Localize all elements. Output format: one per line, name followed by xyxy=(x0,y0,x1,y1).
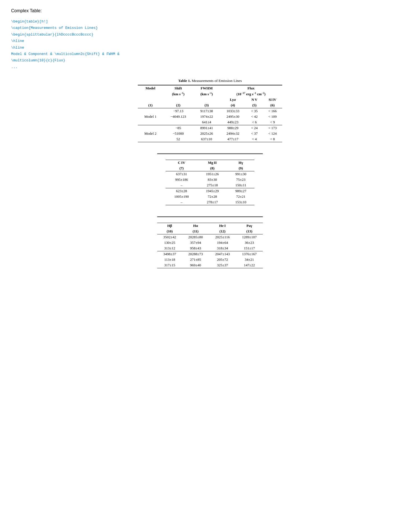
cell-shift: −4049.123 xyxy=(163,114,194,119)
cell-hbeta: 3498±37 xyxy=(157,251,182,257)
cell-nv: < 42 xyxy=(246,114,263,119)
col-num-8: (8) xyxy=(198,166,227,171)
col-blank3 xyxy=(194,97,220,102)
cell-model: Model 2 xyxy=(138,131,163,136)
cell-pagamma: 36±23 xyxy=(236,240,263,246)
cell-fwhm: 8991±41 xyxy=(194,125,220,131)
cell-pagamma: 151±17 xyxy=(236,246,263,251)
cell-siiv: < 166 xyxy=(263,108,282,114)
cell-fwhm: 641±4 xyxy=(194,119,220,125)
cell-fwhm: 637±10 xyxy=(194,136,220,142)
cell-mgii: 1945±29 xyxy=(198,188,227,194)
main-table: Model Shift FWHM Flux (km s−1) (km s−1) … xyxy=(138,85,282,142)
table-row: 641±4 449±23 < 6 < 9 xyxy=(138,119,282,125)
cell-hbeta: 113±18 xyxy=(157,257,182,262)
cell-siiv: < 173 xyxy=(263,125,282,131)
cell-shift xyxy=(163,119,194,125)
cell-hei: 325±37 xyxy=(209,262,236,268)
code-line-2: \caption{Measurements of Emission Lines} xyxy=(11,25,409,31)
col-fwhm-header: FWHM xyxy=(194,85,220,91)
table-row: 3502±42 20285±80 2025±116 1289±107 xyxy=(157,234,263,240)
cell-model xyxy=(138,136,163,142)
code-line-5: \hline xyxy=(11,44,409,51)
code-line-6: Model & Component & \multicolumn2c{Shift… xyxy=(11,51,409,57)
col-num-9: (9) xyxy=(227,166,254,171)
table-row: −85 8991±41 988±29 < 24 < 173 xyxy=(138,125,282,131)
cell-halpha: 357±94 xyxy=(182,240,209,246)
cell-shift: −85 xyxy=(163,125,194,131)
cell-nv: < 6 xyxy=(246,119,263,125)
col-pagamma-header: Paγ xyxy=(236,223,263,229)
section-divider-2 xyxy=(157,216,263,217)
col-hgamma-header: Hγ xyxy=(227,160,254,166)
col-blank1 xyxy=(138,97,163,102)
col-mgii-header: Mg II xyxy=(198,160,227,166)
col-flux-header: Flux xyxy=(220,85,282,91)
cell-hei: 2047±143 xyxy=(209,251,236,257)
cell-mgii: 278±17 xyxy=(198,199,227,205)
col-shift-unit: (km s−1) xyxy=(163,91,194,97)
cell-siiv: < 8 xyxy=(263,136,282,142)
cell-civ: 623±28 xyxy=(166,188,198,194)
table-row: 623±28 1945±29 989±27 xyxy=(166,188,254,194)
col-num-13: (13) xyxy=(236,229,263,234)
code-block: \begin{table}[h!] \caption{Measurements … xyxy=(11,18,409,70)
cell-mgii: 275±18 xyxy=(198,182,227,188)
cell-hei: 194±64 xyxy=(209,240,236,246)
cell-civ: – xyxy=(166,182,198,188)
cell-mgii: 72±28 xyxy=(198,194,227,199)
cell-hgamma: 153±10 xyxy=(227,199,254,205)
cell-model xyxy=(138,119,163,125)
cell-model xyxy=(138,125,163,131)
table-row: 52 637±10 477±17 < 4 < 8 xyxy=(138,136,282,142)
cell-halpha: 958±43 xyxy=(182,246,209,251)
cell-hei: 318±34 xyxy=(209,246,236,251)
cell-siiv: < 124 xyxy=(263,131,282,136)
cell-mgii: 1951±26 xyxy=(198,171,227,177)
col-model-header: Model xyxy=(138,85,163,91)
col-num-10: (10) xyxy=(157,229,182,234)
col-nv-header: N V xyxy=(246,97,263,102)
col-hei-header: He I xyxy=(209,223,236,229)
cell-lya: 988±29 xyxy=(220,125,246,131)
cell-halpha: 969±40 xyxy=(182,262,209,268)
cell-shift: −51000 xyxy=(163,131,194,136)
col-num-7: (7) xyxy=(166,166,198,171)
col-num-1: (1) xyxy=(138,102,163,108)
cell-mgii: 83±30 xyxy=(198,177,227,182)
table-row: 3498±37 20288±73 2047±143 1376±167 xyxy=(157,251,263,257)
table-row: 313±12 958±43 318±34 151±17 xyxy=(157,246,263,251)
table-row: 995±186 83±30 75±23 xyxy=(166,177,254,182)
cell-halpha: 20285±80 xyxy=(182,234,209,240)
col-shift-header: Shift xyxy=(163,85,194,91)
cell-hgamma: 150±11 xyxy=(227,182,254,188)
cell-hbeta: 3502±42 xyxy=(157,234,182,240)
table-row: 113±18 271±85 205±72 34±21 xyxy=(157,257,263,262)
col-num-3: (3) xyxy=(194,102,220,108)
main-table-section: Table 1. Measurements of Emission Lines … xyxy=(11,79,409,142)
col-siiv-header: Si IV xyxy=(263,97,282,102)
table-row: – 278±17 153±10 xyxy=(166,199,254,205)
col-num-2: (2) xyxy=(163,102,194,108)
cell-halpha: 271±85 xyxy=(182,257,209,262)
third-table: Hβ Hα He I Paγ (10) (11) (12) (13) 3502±… xyxy=(157,223,263,268)
cell-lya: 1033±33 xyxy=(220,108,246,114)
col-halpha-header: Hα xyxy=(182,223,209,229)
cell-lya: 477±17 xyxy=(220,136,246,142)
table-row: −97.13 9117±38 1033±33 < 35 < 166 xyxy=(138,108,282,114)
code-line-7: \multicolumn{10}{c}{Flux} xyxy=(11,57,409,64)
code-line-1: \begin{table}[h!] xyxy=(11,18,409,25)
cell-hgamma: 72±21 xyxy=(227,194,254,199)
col-civ-header: C IV xyxy=(166,160,198,166)
cell-pagamma: 1376±167 xyxy=(236,251,263,257)
col-hbeta-header: Hβ xyxy=(157,223,182,229)
cell-pagamma: 1289±107 xyxy=(236,234,263,240)
col-num-12: (12) xyxy=(209,229,236,234)
second-table-section: C IV Mg II Hγ (7) (8) (9) 637±31 1951±26… xyxy=(11,160,409,205)
cell-nv: < 4 xyxy=(246,136,263,142)
table-row: – 275±18 150±11 xyxy=(166,182,254,188)
cell-lya: 2495±30 xyxy=(220,114,246,119)
second-table: C IV Mg II Hγ (7) (8) (9) 637±31 1951±26… xyxy=(166,160,254,205)
col-num-6: (6) xyxy=(263,102,282,108)
cell-siiv: < 109 xyxy=(263,114,282,119)
